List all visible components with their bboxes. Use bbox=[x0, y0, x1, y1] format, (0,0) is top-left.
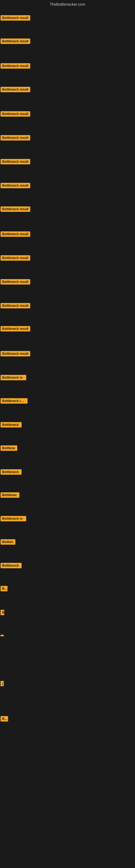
bottleneck-badge-26[interactable]: B bbox=[1, 610, 4, 615]
bottleneck-badge-19[interactable]: Bottlene bbox=[1, 445, 17, 451]
bottleneck-badge-25[interactable]: Bo bbox=[1, 586, 8, 591]
bottleneck-badge-10[interactable]: Bottleneck result bbox=[1, 231, 30, 237]
bottleneck-badge-6[interactable]: Bottleneck result bbox=[1, 135, 30, 141]
bottleneck-badge-8[interactable]: Bottleneck result bbox=[1, 183, 30, 188]
bottleneck-badge-28[interactable]: | bbox=[1, 681, 4, 686]
bottleneck-badge-29[interactable]: Bot bbox=[1, 716, 8, 721]
bottleneck-badge-11[interactable]: Bottleneck result bbox=[1, 255, 30, 261]
bottleneck-badge-18[interactable]: Bottleneck bbox=[1, 422, 21, 428]
bottleneck-badge-15[interactable]: Bottleneck result bbox=[1, 351, 30, 356]
bottleneck-badge-3[interactable]: Bottleneck result bbox=[1, 63, 30, 69]
bottleneck-badge-21[interactable]: Bottlenec bbox=[1, 492, 19, 498]
bottleneck-badge-4[interactable]: Bottleneck result bbox=[1, 87, 30, 92]
bottleneck-badge-23[interactable]: Bottlen bbox=[1, 539, 15, 545]
site-title: TheBottlenecker.com bbox=[0, 0, 135, 8]
bottleneck-badge-14[interactable]: Bottleneck result bbox=[1, 326, 30, 332]
bottleneck-badge-24[interactable]: Bottleneck bbox=[1, 563, 21, 568]
bottleneck-badge-16[interactable]: Bottleneck re bbox=[1, 375, 26, 380]
bottleneck-badge-13[interactable]: Bottleneck result bbox=[1, 303, 30, 308]
bottleneck-badge-1[interactable]: Bottleneck result bbox=[1, 15, 30, 21]
bottleneck-badge-12[interactable]: Bottleneck result bbox=[1, 279, 30, 284]
bottleneck-badge-5[interactable]: Bottleneck result bbox=[1, 111, 30, 117]
bottleneck-badge-27[interactable] bbox=[1, 635, 4, 637]
bottleneck-badge-2[interactable]: Bottleneck result bbox=[1, 38, 30, 44]
bottleneck-badge-7[interactable]: Bottleneck result bbox=[1, 159, 30, 164]
bottleneck-badge-17[interactable]: Bottleneck resul bbox=[1, 398, 28, 404]
bottleneck-badge-9[interactable]: Bottleneck result bbox=[1, 207, 30, 212]
bottleneck-badge-20[interactable]: Bottleneck bbox=[1, 469, 21, 475]
bottleneck-badge-22[interactable]: Bottleneck re bbox=[1, 516, 26, 521]
